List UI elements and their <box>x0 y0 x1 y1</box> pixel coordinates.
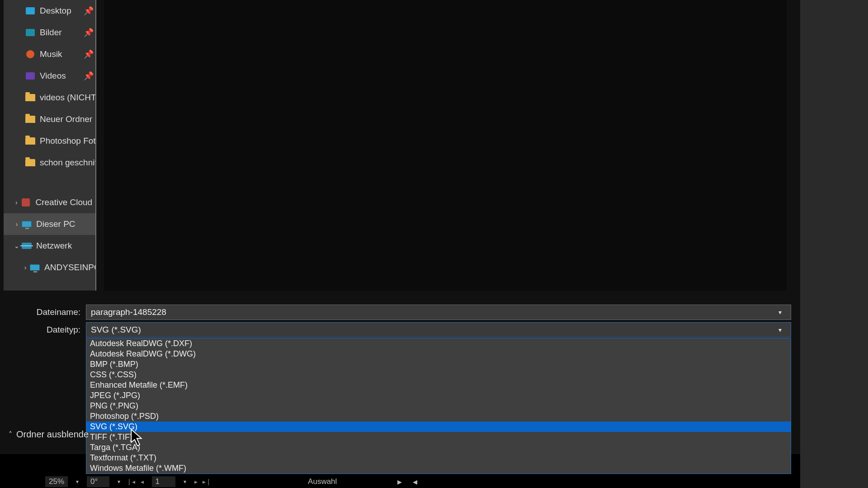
chevron-down-icon[interactable]: ▾ <box>116 479 122 485</box>
hide-folders-button[interactable]: ˄ Ordner ausblende <box>5 429 89 440</box>
tree-label: Creative Cloud F <box>35 197 95 207</box>
filetype-option[interactable]: CSS (*.CSS) <box>86 370 791 380</box>
tree-item-network[interactable]: ⌄ Netzwerk <box>4 235 95 257</box>
filetype-option[interactable]: Autodesk RealDWG (*.DWG) <box>86 349 791 359</box>
filetype-option[interactable]: JPEG (*.JPG) <box>86 390 791 401</box>
save-dialog: Desktop 📌 Bilder 📌 Musik 📌 Videos 📌 vide… <box>0 0 800 454</box>
network-icon <box>22 241 32 251</box>
selection-label: Auswahl <box>308 477 337 486</box>
chevron-down-icon[interactable]: ▾ <box>74 479 80 485</box>
tree-separator <box>4 174 95 192</box>
tree-item-bilder[interactable]: Bilder 📌 <box>4 22 95 43</box>
tree-item-musik[interactable]: Musik 📌 <box>4 43 95 65</box>
tree-label: Desktop <box>40 6 71 16</box>
tree-label: videos (NICHT F <box>40 93 95 103</box>
app-statusbar: 25% ▾ 0° ▾ |◂ ◂ 1 ▾ ▸ ▸| Auswahl ▶ ◀ <box>45 475 859 488</box>
app-background <box>800 0 868 488</box>
expander-icon[interactable]: › <box>12 221 22 228</box>
filetype-value: SVG (*.SVG) <box>91 325 141 335</box>
pc-icon <box>22 219 32 229</box>
filetype-option[interactable]: SVG (*.SVG) <box>86 422 791 432</box>
tree-label: Videos <box>40 71 66 81</box>
tree-item-this-pc[interactable]: › Dieser PC <box>4 213 95 235</box>
filetype-option[interactable]: Targa (*.TGA) <box>86 442 791 453</box>
videos-icon <box>25 71 35 81</box>
folder-icon <box>25 136 35 146</box>
filename-label: Dateiname: <box>27 307 86 317</box>
filetype-option[interactable]: TIFF (*.TIF) <box>86 432 791 442</box>
filetype-row: Dateityp: SVG (*.SVG) ▾ <box>32 322 791 338</box>
filetype-option[interactable]: PNG (*.PNG) <box>86 401 791 411</box>
tree-label: Neuer Ordner <box>40 114 92 124</box>
hide-folders-label: Ordner ausblende <box>16 429 89 440</box>
rotation-field[interactable]: 0° <box>87 476 109 487</box>
tree-item-creative-cloud[interactable]: › Creative Cloud F <box>4 192 95 213</box>
filename-input[interactable]: paragraph-1485228 ▾ <box>86 305 791 320</box>
tree-item-videos[interactable]: Videos 📌 <box>4 65 95 87</box>
pin-icon: 📌 <box>84 49 93 59</box>
pin-icon: 📌 <box>84 28 93 38</box>
filetype-label: Dateityp: <box>32 325 86 335</box>
filetype-option[interactable]: BMP (*.BMP) <box>86 359 791 370</box>
desktop-icon <box>25 6 35 16</box>
pin-icon: 📌 <box>84 6 93 16</box>
tree-item-desktop[interactable]: Desktop 📌 <box>4 0 95 22</box>
filetype-option[interactable]: Textformat (*.TXT) <box>86 453 791 463</box>
filetype-option[interactable]: Photoshop (*.PSD) <box>86 411 791 422</box>
playback-controls[interactable]: ▶ ◀ <box>397 479 422 485</box>
page-field[interactable]: 1 <box>152 476 175 487</box>
tree-item-folder[interactable]: videos (NICHT F <box>4 87 95 108</box>
filename-row: Dateiname: paragraph-1485228 ▾ <box>27 305 791 320</box>
creative-cloud-icon <box>21 197 31 207</box>
pin-icon: 📌 <box>84 71 93 81</box>
expander-icon[interactable]: › <box>12 199 21 206</box>
music-icon <box>25 49 35 59</box>
folder-tree: Desktop 📌 Bilder 📌 Musik 📌 Videos 📌 vide… <box>4 0 96 291</box>
page-nav-next[interactable]: ▸ ▸| <box>194 478 212 485</box>
file-preview-area <box>104 0 787 291</box>
filetype-dropdown[interactable]: Autodesk RealDWG (*.DXF)Autodesk RealDWG… <box>86 338 791 474</box>
chevron-down-icon[interactable]: ▾ <box>774 326 786 333</box>
chevron-down-icon[interactable]: ▾ <box>182 479 188 485</box>
tree-item-network-pc[interactable]: › ANDYSEINPC <box>4 257 95 278</box>
tree-label: Photoshop Foto <box>40 136 95 146</box>
zoom-value: 25% <box>49 477 64 486</box>
zoom-field[interactable]: 25% <box>45 476 68 487</box>
tree-label: Netzwerk <box>36 241 72 251</box>
rotation-value: 0° <box>90 477 98 486</box>
tree-item-folder[interactable]: Photoshop Foto <box>4 130 95 152</box>
chevron-up-icon: ˄ <box>5 430 16 439</box>
tree-label: Bilder <box>40 28 62 38</box>
tree-label: ANDYSEINPC <box>44 263 95 272</box>
tree-item-folder[interactable]: Neuer Ordner <box>4 108 95 130</box>
page-value: 1 <box>156 477 160 486</box>
folder-icon <box>25 158 35 168</box>
tree-label: Dieser PC <box>36 219 75 229</box>
filename-value: paragraph-1485228 <box>91 307 166 317</box>
folder-icon <box>25 114 35 124</box>
filetype-option[interactable]: Autodesk RealDWG (*.DXF) <box>86 338 791 349</box>
filetype-combobox[interactable]: SVG (*.SVG) ▾ <box>86 322 791 338</box>
pc-icon <box>30 263 40 272</box>
pictures-icon <box>25 28 35 38</box>
filetype-option[interactable]: Windows Metafile (*.WMF) <box>86 463 791 474</box>
tree-label: schon geschnitt <box>40 158 95 168</box>
chevron-down-icon[interactable]: ▾ <box>774 309 786 316</box>
filetype-option[interactable]: Enhanced Metafile (*.EMF) <box>86 380 791 390</box>
folder-icon <box>25 93 35 103</box>
tree-label: Musik <box>40 49 62 59</box>
page-nav-prev[interactable]: |◂ ◂ <box>128 478 146 485</box>
expander-icon[interactable]: › <box>21 264 30 271</box>
tree-item-folder[interactable]: schon geschnitt <box>4 152 95 174</box>
